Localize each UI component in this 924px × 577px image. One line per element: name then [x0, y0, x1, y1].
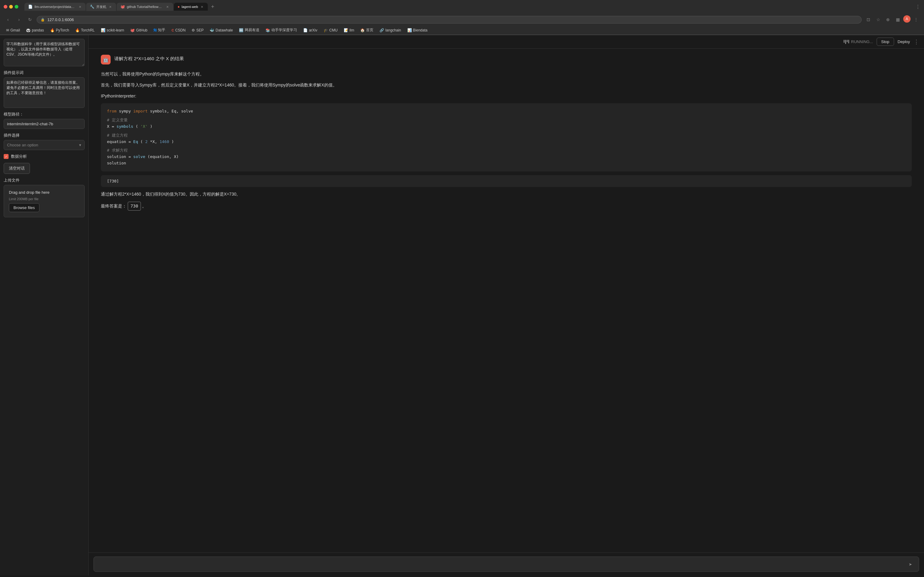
bookmark-youdao[interactable]: 🔤 网易有道: [237, 27, 262, 33]
browser-menu-icon[interactable]: ⋮: [916, 4, 920, 10]
cmu-icon: 🎓: [324, 28, 328, 32]
ai-text-3: 通过解方程2*X=1460，我们得到X的值为730。因此，方程的解是X=730。: [101, 191, 912, 198]
fn-solve: solve: [133, 154, 145, 159]
send-button[interactable]: ➤: [905, 559, 915, 569]
more-options-icon[interactable]: ⋮: [914, 39, 919, 45]
code-comment-2: # 建立方程: [107, 132, 906, 139]
biendata-icon: 📊: [407, 28, 412, 32]
bookmark-github-label: GitHub: [136, 28, 147, 32]
stop-button[interactable]: Stop: [877, 38, 894, 46]
fn-symbols: symbols: [116, 124, 133, 129]
sidebar: 字习和数据科学（用于展示模型训练和数据可视化），以及文件操作和数据导入（处理CS…: [0, 35, 89, 575]
upload-section: 上传文件 Drag and drop file here Limit 200MB…: [4, 177, 85, 217]
bookmark-github[interactable]: 🐙 GitHub: [128, 27, 150, 33]
clear-conversation-button[interactable]: 清空对话: [4, 163, 30, 174]
pytorch-icon: 🔥: [50, 28, 55, 32]
bookmark-csdn[interactable]: C CSDN: [169, 27, 188, 33]
new-tab-button[interactable]: +: [208, 2, 217, 11]
chat-input-area: ➤: [89, 553, 924, 575]
code-text-9: ): [171, 139, 174, 144]
bookmark-biendata[interactable]: 📊 Biendata: [405, 27, 430, 33]
bookmark-datawhale[interactable]: 🐳 Datawhale: [207, 27, 235, 33]
tab-3[interactable]: 🐙 github Tutorial/helloworld/hello_wor..…: [117, 3, 173, 11]
tab-1[interactable]: 📄 llm-universe/project/databas... ✕: [24, 3, 85, 11]
tab-4-icon: ●: [177, 5, 180, 9]
bookmark-cmu[interactable]: 🎓 CMU: [321, 27, 340, 33]
code-text-11: (equation, X): [148, 154, 179, 159]
bookmark-sklearn[interactable]: 📊 scikit-learn: [98, 27, 127, 33]
forward-button[interactable]: ›: [14, 15, 23, 24]
data-analysis-row: ✓ 数据分析: [4, 154, 85, 159]
back-button[interactable]: ‹: [4, 15, 12, 24]
final-answer: 最终答案是： 730 。: [101, 202, 912, 211]
tab-4-close[interactable]: ✕: [200, 5, 204, 9]
bookmark-pandas[interactable]: 🐼 pandas: [24, 27, 46, 33]
translate-icon[interactable]: ⊡: [864, 15, 872, 24]
ipython-label: IPythonInterpreter:: [101, 93, 912, 100]
minimize-button[interactable]: [9, 5, 13, 8]
close-button[interactable]: [4, 5, 7, 8]
sep-icon: ⚙: [192, 28, 195, 32]
tab-2[interactable]: 🔧 开发机 ✕: [86, 3, 116, 11]
upload-drag-text: Drag and drop file here: [9, 190, 79, 195]
reload-button[interactable]: ↻: [26, 15, 34, 24]
bookmark-zhihu[interactable]: 知 知乎: [151, 27, 168, 33]
code-comment-3: # 求解方程: [107, 147, 906, 154]
profile-icon[interactable]: A: [903, 15, 911, 23]
bookmark-sep[interactable]: ⚙ SEP: [189, 27, 206, 33]
extensions-icon[interactable]: ⊕: [884, 15, 892, 24]
bookmark-d2l[interactable]: 📚 动手学深度学习: [263, 27, 299, 33]
code-text-10: solution =: [107, 154, 133, 159]
output-block: [730]: [101, 175, 912, 187]
data-prompt-section: 字习和数据科学（用于展示模型训练和数据可视化），以及文件操作和数据导入（处理CS…: [4, 39, 85, 66]
plugin-select-placeholder: Choose an option: [7, 143, 38, 147]
bookmark-gmail[interactable]: ✉ Gmail: [4, 27, 22, 33]
bookmark-langchain[interactable]: 🔗 langchain: [377, 27, 403, 33]
plugin-select-dropdown[interactable]: Choose an option ▾: [4, 140, 85, 150]
bookmark-home-label: 首页: [366, 27, 373, 33]
maximize-button[interactable]: [14, 5, 18, 8]
arxiv-icon: 📄: [303, 28, 308, 32]
tab-1-close[interactable]: ✕: [78, 5, 82, 9]
bookmarks-bar: ✉ Gmail 🐼 pandas 🔥 PyTorch 🔥 TorchRL 📊 s…: [0, 26, 924, 35]
top-bar: RUNNING... Stop Deploy ⋮: [89, 35, 924, 48]
bookmark-llm[interactable]: 📝 llm: [341, 27, 357, 33]
bookmark-arxiv[interactable]: 📄 arXiv: [301, 27, 320, 33]
csdn-icon: C: [171, 28, 174, 32]
upload-area[interactable]: Drag and drop file here Limit 200MB per …: [4, 185, 85, 217]
ai-text-1: 当然可以，我将使用Python的Sympy库来解这个方程。: [101, 71, 912, 78]
tab-3-close[interactable]: ✕: [165, 5, 170, 9]
browse-files-button[interactable]: Browse files: [9, 203, 39, 212]
code-text-6: equation =: [107, 139, 133, 144]
bookmark-pandas-label: pandas: [32, 28, 44, 32]
model-path-section: 模型路径：: [4, 111, 85, 129]
address-bar[interactable]: 🔒 127.0.0.1:6006: [37, 16, 862, 24]
tab-4[interactable]: ● lagent-web ✕: [174, 3, 208, 11]
sidebar-toggle-icon[interactable]: ▦: [893, 15, 902, 24]
data-analysis-label: 数据分析: [11, 154, 27, 159]
home-icon: 🏠: [360, 28, 365, 32]
tab-2-close[interactable]: ✕: [108, 5, 113, 9]
chat-input[interactable]: [97, 562, 903, 567]
data-prompt-textarea[interactable]: 字习和数据科学（用于展示模型训练和数据可视化），以及文件操作和数据导入（处理CS…: [4, 39, 85, 66]
bookmark-youdao-label: 网易有道: [245, 27, 259, 33]
deploy-button[interactable]: Deploy: [898, 39, 910, 44]
code-block: from sympy import symbols, Eq, solve # 定…: [101, 103, 912, 171]
bookmark-icon[interactable]: ☆: [874, 15, 882, 24]
plugin-prompt-textarea[interactable]: 如果你已经获得足够信息，请直接给出答案。避免不必要的工具调用！同时注意你可以使用…: [4, 77, 85, 108]
bookmark-home[interactable]: 🏠 首页: [358, 27, 376, 33]
llm-icon: 📝: [344, 28, 348, 32]
tab-2-title: 开发机: [96, 5, 106, 9]
code-text-4: (: [136, 124, 138, 129]
model-path-input[interactable]: [4, 119, 85, 129]
bookmark-datawhale-label: Datawhale: [216, 28, 233, 32]
bookmark-sep-label: SEP: [196, 28, 203, 32]
data-analysis-checkbox[interactable]: ✓: [4, 154, 8, 159]
code-blank-2: [107, 130, 906, 132]
tab-2-icon: 🔧: [90, 5, 94, 9]
bookmark-pytorch[interactable]: 🔥 PyTorch: [48, 27, 71, 33]
code-line-4: solution = solve (equation, X): [107, 154, 906, 160]
code-blank-1: [107, 114, 906, 117]
chrome-menu-icon[interactable]: ⋮: [912, 15, 920, 24]
bookmark-torchrl[interactable]: 🔥 TorchRL: [73, 27, 97, 33]
